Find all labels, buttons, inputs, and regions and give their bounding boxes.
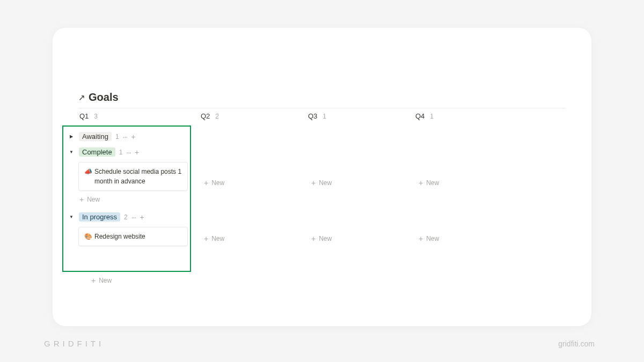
column-header-q4[interactable]: Q4 1 (414, 108, 517, 124)
column-header-q3[interactable]: Q3 1 (307, 108, 410, 124)
spacer (200, 190, 303, 230)
group-header-awaiting[interactable]: ▶ Awaiting 1 ··· + (68, 129, 188, 144)
spacer (307, 125, 410, 174)
column-q2: Q2 2 + New + New (200, 108, 307, 287)
app-window: ↗ Goals Q1 3 ▶ Awaiting 1 ··· + (53, 28, 591, 326)
new-label: New (426, 179, 439, 187)
more-icon[interactable]: ··· (131, 213, 136, 221)
plus-icon: + (79, 195, 84, 204)
column-header-q2[interactable]: Q2 2 (200, 108, 303, 124)
column-label: Q4 (414, 112, 426, 120)
card-redesign[interactable]: 🎨 Redesign website (78, 227, 188, 246)
page-title: Goals (89, 91, 119, 104)
plus-icon: + (204, 179, 208, 187)
new-label: New (87, 196, 100, 203)
card-text: Redesign website (94, 232, 145, 241)
group-count: 2 (124, 213, 128, 221)
column-label: Q2 (200, 112, 211, 120)
add-icon[interactable]: + (135, 148, 139, 157)
column-header-q1[interactable]: Q1 3 (78, 108, 195, 124)
plus-icon: + (419, 179, 423, 187)
watermark-brand: GRIDFITI (44, 339, 104, 348)
new-label: New (319, 235, 332, 242)
toggle-down-icon[interactable]: ▼ (68, 150, 75, 154)
megaphone-icon: 📣 (84, 167, 92, 186)
column-q4: Q4 1 + New + New (414, 108, 522, 287)
new-card-button[interactable]: + New (414, 231, 517, 246)
spacer (414, 125, 517, 174)
group-header-complete[interactable]: ▼ Complete 1 ··· + (68, 144, 188, 160)
arrow-upright-icon: ↗ (78, 93, 85, 102)
column-count: 1 (323, 113, 326, 120)
status-tag-awaiting: Awaiting (79, 132, 112, 141)
watermark-url: gridfiti.com (558, 339, 595, 348)
board-view: Q1 3 ▶ Awaiting 1 ··· + ▼ Complete 1 (78, 108, 566, 287)
column-count: 2 (215, 113, 219, 120)
more-icon[interactable]: ··· (126, 148, 131, 157)
status-tag-complete: Complete (79, 147, 115, 157)
new-card-button[interactable]: + New (78, 274, 195, 287)
add-icon[interactable]: + (140, 213, 144, 221)
paint-icon: 🎨 (84, 232, 92, 241)
toggle-right-icon[interactable]: ▶ (68, 134, 75, 139)
highlight-box: ▶ Awaiting 1 ··· + ▼ Complete 1 ··· + (62, 125, 191, 272)
new-card-button[interactable]: + New (200, 175, 303, 190)
card-text: Schedule social media posts 1 month in a… (94, 167, 182, 186)
spacer (200, 125, 303, 174)
new-label: New (319, 179, 332, 187)
new-card-button[interactable]: + New (414, 175, 517, 190)
column-q3: Q3 1 + New + New (307, 108, 414, 287)
spacer (307, 190, 410, 230)
toggle-down-icon[interactable]: ▼ (68, 215, 75, 219)
new-label: New (211, 235, 224, 242)
page-content: ↗ Goals Q1 3 ▶ Awaiting 1 ··· + (53, 28, 591, 287)
new-card-button[interactable]: + New (67, 193, 188, 206)
plus-icon: + (91, 276, 96, 285)
card-schedule[interactable]: 📣 Schedule social media posts 1 month in… (78, 162, 188, 191)
plus-icon: + (311, 179, 316, 187)
plus-icon: + (311, 234, 316, 243)
column-label: Q3 (307, 112, 318, 120)
column-count: 3 (94, 113, 98, 120)
more-icon[interactable]: ··· (123, 132, 128, 141)
status-tag-in-progress: In progress (79, 212, 120, 221)
group-count: 1 (119, 149, 123, 156)
spacer (414, 190, 517, 230)
column-count: 1 (430, 113, 434, 120)
plus-icon: + (419, 234, 423, 243)
column-q1: Q1 3 ▶ Awaiting 1 ··· + ▼ Complete 1 (78, 108, 200, 287)
page-title-row[interactable]: ↗ Goals (59, 91, 566, 108)
column-label: Q1 (78, 112, 90, 120)
group-count: 1 (115, 133, 119, 141)
new-label: New (99, 277, 112, 284)
new-card-button[interactable]: + New (307, 231, 410, 246)
plus-icon: + (204, 234, 208, 243)
new-card-button[interactable]: + New (200, 231, 303, 246)
new-label: New (426, 235, 439, 242)
group-header-in-progress[interactable]: ▼ In progress 2 ··· + (68, 209, 188, 225)
add-icon[interactable]: + (131, 132, 135, 141)
new-card-button[interactable]: + New (307, 175, 410, 190)
new-label: New (211, 179, 224, 187)
